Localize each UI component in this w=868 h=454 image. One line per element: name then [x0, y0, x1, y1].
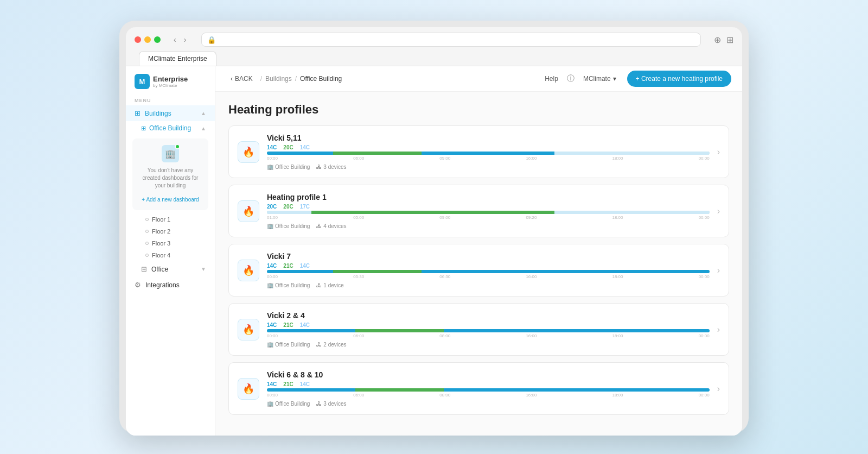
back-chevron-icon: ‹ [231, 75, 233, 83]
profile-info-0: Vicki 5,11 14C 20C 14C 00:0006:0009:0016… [267, 134, 710, 170]
devices-meta-2: 🖧 1 device [316, 282, 343, 288]
profiles-container: 🔥 Vicki 5,11 14C 20C 14C 00:0006:0009:00… [228, 125, 729, 415]
profile-meta-2: 🏢 Office Building 🖧 1 device [267, 282, 710, 288]
building-icon-1: 🏢 [267, 223, 273, 229]
building-meta-3: 🏢 Office Building [267, 342, 310, 348]
profile-icon-1: 🔥 [238, 200, 259, 222]
maximize-btn[interactable] [154, 36, 161, 43]
office-building-arrow: ▲ [201, 125, 206, 131]
add-dashboard-btn[interactable]: + Add a new dashboard [142, 197, 199, 203]
profile-meta-3: 🏢 Office Building 🖧 2 devices [267, 342, 710, 348]
devices-icon-0: 🖧 [316, 164, 322, 170]
floor-3-item[interactable]: Floor 3 [126, 237, 215, 249]
temp-label-1-3: 14C [267, 322, 277, 328]
profile-name-4: Vicki 6 & 8 & 10 [267, 370, 710, 379]
profile-name-3: Vicki 2 & 4 [267, 311, 710, 320]
logo-mark: M [135, 74, 150, 89]
help-link[interactable]: Help [545, 75, 558, 83]
building-meta-2: 🏢 Office Building [267, 282, 310, 288]
profile-chevron-3: › [717, 325, 720, 335]
profile-card-3[interactable]: 🔥 Vicki 2 & 4 14C 21C 14C 00:0006:0008:0… [228, 303, 729, 356]
breadcrumb-current: Office Building [300, 75, 342, 83]
office-label: Office [151, 266, 168, 273]
back-nav-btn[interactable]: ‹ [171, 34, 178, 45]
profile-card-1[interactable]: 🔥 Heating profile 1 20C 20C 17C 01:0005:… [228, 185, 729, 237]
temp-label-1-4: 14C [267, 381, 277, 387]
sidebar-item-integrations[interactable]: ⚙ Integrations [126, 277, 215, 293]
devices-meta-3: 🖧 2 devices [316, 342, 346, 348]
time-labels-3: 00:0006:0008:0016:0018:0000:00 [267, 333, 710, 338]
devices-icon-4: 🖧 [316, 401, 322, 407]
breadcrumb-sep2: / [295, 75, 297, 83]
building-meta-4: 🏢 Office Building [267, 401, 310, 407]
devices-meta-4: 🖧 3 devices [316, 401, 346, 407]
profile-name-1: Heating profile 1 [267, 193, 710, 201]
devices-icon-3: 🖧 [316, 342, 322, 348]
sidebar-item-buildings[interactable]: ⊞ Buildings ▲ [126, 105, 215, 121]
office-icon: ⊞ [141, 265, 147, 273]
dashboard-empty-text: You don't have any created dashboards fo… [139, 167, 202, 190]
user-menu-chevron: ▾ [613, 75, 616, 83]
bar-track-3 [267, 329, 710, 332]
profile-chevron-0: › [717, 147, 720, 157]
buildings-arrow: ▲ [201, 110, 206, 116]
profile-card-2[interactable]: 🔥 Vicki 7 14C 21C 14C 00:0005:3006:3016:… [228, 244, 729, 297]
create-heating-profile-button[interactable]: + Create a new heating profile [627, 71, 731, 87]
temp-label-2-3: 21C [283, 322, 293, 328]
sidebar-item-office[interactable]: ⊞ Office ▼ [126, 261, 215, 277]
profile-icon-0: 🔥 [238, 141, 259, 163]
profile-icon-3: 🔥 [238, 319, 259, 340]
integrations-label: Integrations [145, 281, 180, 289]
page-area: Heating profiles 🔥 Vicki 5,11 14C 20C 14… [215, 92, 742, 432]
profile-icon-4: 🔥 [238, 378, 259, 400]
close-btn[interactable] [135, 36, 141, 43]
floor-4-item[interactable]: Floor 4 [126, 249, 215, 261]
bar-track-0 [267, 152, 710, 155]
forward-nav-btn[interactable]: › [182, 34, 189, 45]
logo-title: Enterprise [153, 75, 188, 83]
floor-2-item[interactable]: Floor 2 [126, 225, 215, 237]
profile-name-2: Vicki 7 [267, 252, 710, 261]
time-labels-0: 00:0006:0009:0016:0018:0000:00 [267, 156, 710, 161]
sidebar-sub-office-building[interactable]: ⊞ Office Building ▲ [126, 121, 215, 135]
logo-sub: by MClimate [153, 83, 188, 88]
buildings-icon: ⊞ [135, 109, 141, 117]
profile-meta-0: 🏢 Office Building 🖧 3 devices [267, 164, 710, 170]
devices-meta-1: 🖧 4 devices [316, 223, 346, 229]
bar-track-1 [267, 211, 710, 214]
page-title: Heating profiles [228, 103, 729, 117]
profile-card-4[interactable]: 🔥 Vicki 6 & 8 & 10 14C 21C 14C 00:0006:0… [228, 362, 729, 415]
profile-info-1: Heating profile 1 20C 20C 17C 01:0005:00… [267, 193, 710, 229]
temp-label-2-1: 20C [283, 204, 293, 210]
address-bar[interactable]: 🔒 [201, 33, 701, 47]
user-menu[interactable]: MClimate ▾ [583, 75, 616, 83]
temp-label-1-1: 20C [267, 204, 277, 210]
dashboard-card: 🏢 You don't have any created dashboards … [132, 138, 208, 210]
floor-1-item[interactable]: Floor 1 [126, 213, 215, 225]
building-meta-1: 🏢 Office Building [267, 223, 310, 229]
temp-label-2-2: 21C [283, 263, 293, 269]
time-labels-4: 00:0006:0008:0016:0018:0000:00 [267, 393, 710, 398]
building-meta-0: 🏢 Office Building [267, 164, 310, 170]
profile-icon-2: 🔥 [238, 260, 259, 281]
temp-label-3-2: 14C [300, 263, 310, 269]
profile-chevron-4: › [717, 384, 720, 394]
building-icon-4: 🏢 [267, 401, 273, 407]
office-building-icon: ⊞ [141, 125, 146, 132]
profile-info-3: Vicki 2 & 4 14C 21C 14C 00:0006:0008:001… [267, 311, 710, 348]
minimize-btn[interactable] [144, 36, 151, 43]
bar-track-2 [267, 270, 710, 273]
back-button[interactable]: ‹ BACK [226, 73, 257, 85]
help-icon: ⓘ [567, 74, 575, 84]
building-icon-2: 🏢 [267, 282, 273, 288]
dashboard-icon: 🏢 [162, 145, 179, 162]
browser-tab[interactable]: MClimate Enterprise [139, 51, 216, 66]
temp-label-1-0: 14C [267, 144, 277, 150]
breadcrumb-parent[interactable]: Buildings [265, 75, 292, 83]
time-labels-1: 01:0005:0009:0009:2018:0000:00 [267, 215, 710, 220]
integrations-icon: ⚙ [135, 281, 141, 289]
temp-label-1-2: 14C [267, 263, 277, 269]
building-icon-0: 🏢 [267, 164, 273, 170]
profile-meta-4: 🏢 Office Building 🖧 3 devices [267, 401, 710, 407]
profile-card-0[interactable]: 🔥 Vicki 5,11 14C 20C 14C 00:0006:0009:00… [228, 125, 729, 178]
